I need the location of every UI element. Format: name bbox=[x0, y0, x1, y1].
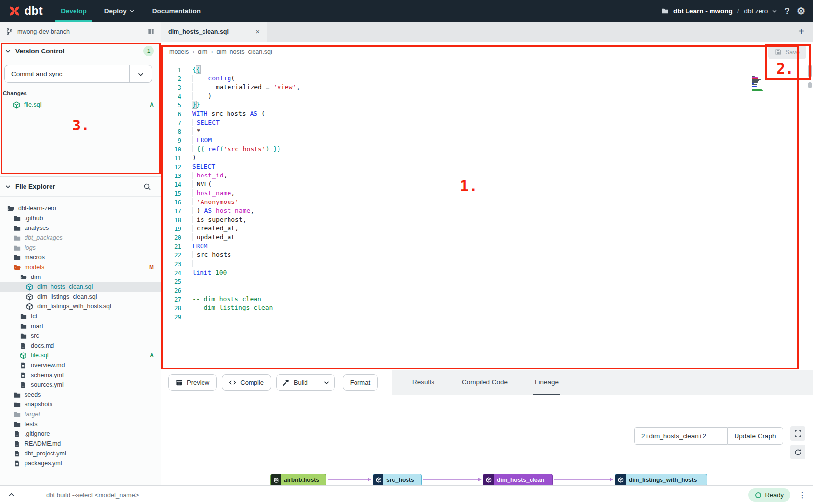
code-line-19[interactable]: 19 created_at, bbox=[162, 225, 813, 233]
tree-item-dim_listings_with_hosts.sql[interactable]: dim_listings_with_hosts.sql bbox=[0, 302, 161, 311]
code-line-12[interactable]: 12SELECT bbox=[162, 163, 813, 172]
tree-item-packages.yml[interactable]: packages.yml bbox=[0, 458, 161, 468]
code-line-10[interactable]: 10 {{ ref('src_hosts') }} bbox=[162, 145, 813, 154]
code-line-26[interactable]: 26 bbox=[162, 286, 813, 295]
nav-documentation[interactable]: Documentation bbox=[147, 0, 206, 22]
file-explorer-header[interactable]: File Explorer bbox=[0, 177, 161, 197]
build-button[interactable]: Build bbox=[276, 374, 335, 391]
tree-item-dim_listings_clean.sql[interactable]: dim_listings_clean.sql bbox=[0, 292, 161, 302]
commit-and-sync-button[interactable]: Commit and sync bbox=[4, 65, 152, 83]
tree-item-docs.md[interactable]: docs.md bbox=[0, 341, 161, 351]
code-line-5[interactable]: 5}} bbox=[162, 101, 813, 110]
code-line-4[interactable]: 4 ) bbox=[162, 92, 813, 101]
tree-item-file.sql[interactable]: file.sqlA bbox=[0, 351, 161, 360]
save-button[interactable]: Save bbox=[768, 45, 806, 59]
nav-deploy[interactable]: Deploy bbox=[99, 0, 140, 22]
tree-item-.github[interactable]: .github bbox=[0, 213, 161, 223]
close-icon[interactable]: × bbox=[255, 27, 260, 36]
minimap[interactable] bbox=[752, 64, 765, 92]
chevron-down-icon[interactable] bbox=[5, 183, 11, 190]
code-line-11[interactable]: 11) bbox=[162, 154, 813, 163]
tree-item-fct[interactable]: fct bbox=[0, 311, 161, 321]
tab-compiled-code[interactable]: Compiled Code bbox=[460, 370, 509, 395]
chevron-down-icon[interactable] bbox=[5, 48, 11, 54]
tree-item-mart[interactable]: mart bbox=[0, 321, 161, 331]
tree-item-src[interactable]: src bbox=[0, 331, 161, 341]
split-view-icon[interactable] bbox=[147, 28, 155, 35]
code-line-2[interactable]: 2 config( bbox=[162, 75, 813, 83]
code-line-24[interactable]: 24limit 100 bbox=[162, 269, 813, 277]
code-line-27[interactable]: 27-- dim_hosts_clean bbox=[162, 295, 813, 304]
preview-button[interactable]: Preview bbox=[168, 374, 217, 391]
code-line-20[interactable]: 20 updated_at bbox=[162, 233, 813, 242]
tree-item-dbt_project.yml[interactable]: dbt_project.yml bbox=[0, 449, 161, 458]
tree-item-dim[interactable]: dim bbox=[0, 272, 161, 282]
code-line-25[interactable]: 25 bbox=[162, 277, 813, 286]
tree-item-target[interactable]: target bbox=[0, 409, 161, 419]
editor-scrollbar[interactable] bbox=[808, 82, 812, 88]
new-tab-icon[interactable]: + bbox=[798, 26, 813, 37]
commit-options-dropdown[interactable] bbox=[129, 65, 152, 82]
help-icon[interactable]: ? bbox=[784, 6, 790, 16]
code-line-14[interactable]: 14 NVL( bbox=[162, 180, 813, 189]
lineage-node-airbnb.hosts[interactable]: airbnb.hosts bbox=[270, 474, 326, 486]
update-graph-button[interactable]: Update Graph bbox=[727, 427, 783, 445]
code-line-1[interactable]: 1{{ bbox=[162, 66, 813, 75]
project-picker[interactable]: dbt Learn - mwong / dbt zero bbox=[661, 7, 777, 15]
code-line-23[interactable]: 23 bbox=[162, 260, 813, 269]
fullscreen-icon[interactable] bbox=[790, 426, 805, 441]
tree-item-schema.yml[interactable]: schema.yml bbox=[0, 370, 161, 380]
version-control-header[interactable]: Version Control 1 bbox=[0, 42, 161, 60]
kebab-menu-icon[interactable]: ⋮ bbox=[790, 490, 813, 500]
tree-item-models[interactable]: modelsM bbox=[0, 262, 161, 272]
code-area[interactable]: 1{{2 config(3 materialized = 'view',4 )5… bbox=[162, 62, 813, 322]
code-line-9[interactable]: 9 FROM bbox=[162, 136, 813, 145]
tree-item-overview.md[interactable]: overview.md bbox=[0, 360, 161, 370]
search-icon[interactable] bbox=[143, 183, 151, 191]
code-line-16[interactable]: 16 'Anonymous' bbox=[162, 198, 813, 207]
tree-item-seeds[interactable]: seeds bbox=[0, 390, 161, 400]
code-line-8[interactable]: 8 * bbox=[162, 127, 813, 136]
tab-results[interactable]: Results bbox=[410, 370, 436, 395]
code-line-21[interactable]: 21FROM bbox=[162, 242, 813, 251]
gear-icon[interactable]: ⚙ bbox=[797, 6, 805, 16]
code-line-3[interactable]: 3 materialized = 'view', bbox=[162, 83, 813, 92]
tree-item-dbt-learn-zero[interactable]: dbt-learn-zero bbox=[0, 203, 161, 213]
code-line-28[interactable]: 28-- dim_listings_clean bbox=[162, 304, 813, 313]
tree-item-README.md[interactable]: README.md bbox=[0, 439, 161, 449]
build-options-dropdown[interactable] bbox=[318, 375, 334, 390]
code-line-7[interactable]: 7 SELECT bbox=[162, 119, 813, 127]
tree-item-macros[interactable]: macros bbox=[0, 252, 161, 262]
code-line-29[interactable]: 29 bbox=[162, 313, 813, 322]
lineage-selector-input[interactable] bbox=[634, 427, 727, 445]
lineage-canvas[interactable]: Update Graph airbnb.hostssrc_hostsdim_ho… bbox=[162, 395, 813, 485]
dbt-logo[interactable]: dbt bbox=[0, 4, 55, 18]
code-line-15[interactable]: 15 host_name, bbox=[162, 189, 813, 198]
code-line-22[interactable]: 22 src_hosts bbox=[162, 251, 813, 260]
tree-item-dbt_packages[interactable]: dbt_packages bbox=[0, 233, 161, 243]
nav-develop[interactable]: Develop bbox=[55, 0, 92, 22]
editor-scrollbar[interactable] bbox=[808, 65, 812, 77]
code-line-13[interactable]: 13 host_id, bbox=[162, 172, 813, 180]
code-line-6[interactable]: 6WITH src_hosts AS ( bbox=[162, 110, 813, 119]
tree-item-.gitignore[interactable]: .gitignore bbox=[0, 429, 161, 439]
format-button[interactable]: Format bbox=[343, 374, 378, 391]
changed-file-row[interactable]: file.sql A bbox=[0, 100, 161, 110]
compile-button[interactable]: Compile bbox=[222, 374, 271, 391]
tab-lineage[interactable]: Lineage bbox=[533, 370, 560, 395]
tree-item-sources.yml[interactable]: sources.yml bbox=[0, 380, 161, 390]
reset-view-icon[interactable] bbox=[790, 445, 805, 459]
tree-item-snapshots[interactable]: snapshots bbox=[0, 400, 161, 409]
lineage-node-src_hosts[interactable]: src_hosts bbox=[373, 474, 422, 486]
lineage-node-dim_listings_with_hosts[interactable]: dim_listings_with_hosts bbox=[615, 474, 707, 486]
lineage-node-dim_hosts_clean[interactable]: dim_hosts_clean bbox=[483, 474, 553, 486]
command-input[interactable]: dbt build --select <model_name> bbox=[46, 491, 139, 499]
tree-item-tests[interactable]: tests bbox=[0, 419, 161, 429]
editor-tab[interactable]: dim_hosts_clean.sql × bbox=[161, 22, 267, 42]
code-line-17[interactable]: 17 ) AS host_name, bbox=[162, 207, 813, 216]
tree-item-analyses[interactable]: analyses bbox=[0, 223, 161, 233]
code-line-18[interactable]: 18 is_superhost, bbox=[162, 216, 813, 225]
branch-bar[interactable]: mwong-dev-branch bbox=[0, 22, 161, 42]
chevron-up-icon[interactable] bbox=[0, 491, 25, 499]
tree-item-logs[interactable]: logs bbox=[0, 243, 161, 252]
